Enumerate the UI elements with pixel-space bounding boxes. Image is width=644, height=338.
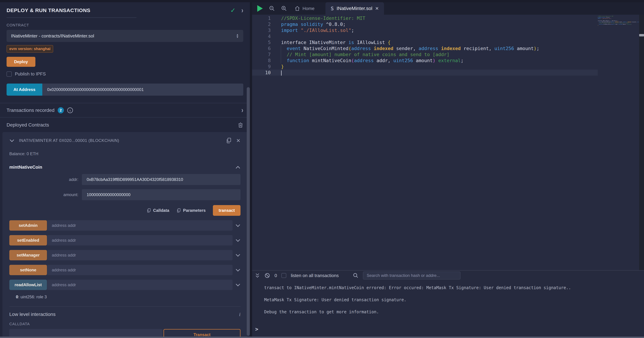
line-number: 1 [252, 15, 271, 21]
code-line-6: 6 event NativeCoinMinted(address indexed… [252, 46, 644, 52]
balance-label: Balance: 0 ETH [9, 152, 240, 156]
tab-inativeminter[interactable]: S INativeMinter.sol ✕ [326, 2, 384, 15]
listen-transactions-label: listen on all transactions [291, 273, 338, 278]
contract-label: CONTRACT [6, 23, 243, 28]
function-row-setenabled: setEnabled [9, 235, 240, 246]
low-level-calldata-input[interactable] [9, 329, 162, 336]
scroll-indicator [639, 34, 644, 36]
setnone-button[interactable]: setNone [9, 265, 47, 275]
setnone-input[interactable] [47, 265, 232, 275]
panel-title: DEPLOY & RUN TRANSACTIONS [6, 8, 230, 13]
setmanager-button[interactable]: setManager [9, 250, 47, 260]
code-line-10: 10 [252, 70, 644, 76]
deploy-button[interactable]: Deploy [6, 57, 36, 67]
at-address-input[interactable] [42, 84, 243, 96]
transactions-count-badge: 2 [58, 107, 64, 114]
deployed-contract-card: INATIVEMINTER AT 0X020...00001 (BLOCKCHA… [2, 132, 248, 336]
copy-icon[interactable] [226, 137, 232, 144]
setadmin-input[interactable] [47, 220, 232, 231]
function-row-setadmin: setAdmin [9, 220, 240, 231]
bottom-scrollbar[interactable] [0, 336, 644, 338]
text-cursor [281, 70, 282, 76]
code-line-8: 8 function mintNativeCoin(address addr, … [252, 58, 644, 64]
terminal-search-input[interactable] [363, 272, 460, 280]
collapse-terminal-icon[interactable] [255, 272, 260, 278]
terminal-message: Debug the transaction to get more inform… [264, 310, 644, 314]
zoom-in-icon[interactable] [281, 6, 287, 12]
terminal-messages: transact to INativeMinter.mintNativeCoin… [252, 280, 644, 314]
terminal-message: transact to INativeMinter.mintNativeCoin… [264, 285, 644, 290]
calldata-copy-button[interactable]: Calldata [146, 208, 169, 213]
tab-home[interactable]: Home [294, 6, 314, 11]
parameters-copy-button[interactable]: Parameters [176, 208, 206, 213]
close-tab-icon[interactable]: ✕ [375, 6, 379, 11]
transactions-expand-icon[interactable]: › [241, 106, 243, 114]
window-top-strip [0, 0, 644, 2]
chevron-down-icon[interactable] [9, 139, 14, 142]
minimap[interactable]: //SPDX-License-Identifier: MITpragma sol… [598, 16, 639, 27]
solidity-file-icon: S [331, 6, 334, 12]
divider [9, 306, 240, 306]
terminal-toolbar: 0 listen on all transactions [252, 270, 644, 280]
minimap-line [598, 26, 639, 27]
at-address-button[interactable]: At Address [6, 84, 42, 96]
run-script-icon[interactable] [257, 5, 263, 12]
setadmin-button[interactable]: setAdmin [9, 220, 47, 231]
evm-version-badge: evm version: shanghai [6, 45, 53, 53]
deployed-contracts-label: Deployed Contracts [6, 122, 49, 128]
publish-ipfs-label: Publish to IPFS [15, 71, 46, 77]
chevron-right-icon[interactable]: › [241, 6, 243, 14]
readallowlist-input[interactable] [47, 280, 232, 290]
zoom-out-icon[interactable] [269, 6, 275, 12]
readallowlist-button[interactable]: readAllowList [9, 280, 47, 290]
line-number: 2 [252, 21, 271, 27]
chevron-down-icon[interactable] [235, 268, 240, 272]
low-level-title: Low level interactions [9, 312, 239, 317]
chevron-down-icon[interactable] [235, 238, 240, 242]
terminal-prompt[interactable]: > [255, 326, 258, 332]
function-name: mintNativeCoin [9, 164, 42, 170]
listen-transactions-checkbox[interactable] [282, 273, 286, 278]
panel-scrollbar[interactable] [247, 87, 250, 336]
info-icon[interactable]: i [239, 312, 240, 317]
line-number: 7 [252, 52, 271, 58]
transact-button[interactable]: transact [213, 205, 240, 216]
chevron-down-icon[interactable] [235, 254, 240, 257]
remix-ide-window: DEPLOY & RUN TRANSACTIONS ✓ › CONTRACT I… [0, 0, 644, 338]
clear-console-icon[interactable] [264, 273, 270, 278]
code-line-1: 1//SPDX-License-Identifier: MIT [252, 15, 644, 21]
chevron-down-icon[interactable] [235, 283, 240, 286]
close-instance-icon[interactable]: ✕ [236, 138, 240, 144]
line-number: 4 [252, 33, 271, 39]
trash-icon[interactable] [238, 122, 243, 128]
publish-ipfs-checkbox[interactable] [6, 72, 12, 77]
function-row-readallowlist: readAllowList [9, 280, 240, 290]
addr-field-label: addr: [9, 177, 82, 182]
function-row-setmanager: setManager [9, 250, 240, 260]
result-value: : uint256: role 3 [18, 294, 46, 299]
select-arrows-icon: ▲▼ [236, 34, 239, 38]
contract-select[interactable]: INativeMinter - contracts/INativeMinter.… [6, 30, 243, 42]
title-underline [6, 18, 136, 18]
code-line-2: 2pragma solidity ^0.8.0; [252, 21, 644, 27]
active-tab-label: INativeMinter.sol [336, 6, 372, 11]
code-area[interactable]: 1//SPDX-License-Identifier: MIT2pragma s… [252, 15, 644, 270]
terminal-message: MetaMask Tx Signature: User denied trans… [264, 298, 644, 302]
line-number: 9 [252, 64, 271, 70]
editor-scroll-gutter[interactable] [639, 15, 644, 270]
chevron-up-icon[interactable] [235, 166, 240, 169]
transactions-recorded-label: Transactions recorded [6, 108, 54, 113]
low-level-transact-button[interactable]: Transact [164, 329, 240, 336]
info-icon[interactable] [67, 107, 73, 114]
addr-field-input[interactable] [82, 174, 240, 185]
calldata-label: CALLDATA [9, 322, 240, 326]
terminal: 0 listen on all transactions transact to… [252, 270, 644, 336]
amount-field-input[interactable] [82, 189, 240, 200]
setenabled-button[interactable]: setEnabled [9, 235, 47, 246]
code-line-7: 7 // Mint [amount] number of native coin… [252, 52, 644, 58]
setenabled-input[interactable] [47, 235, 232, 246]
parameters-copy-label: Parameters [183, 208, 206, 213]
setmanager-input[interactable] [47, 250, 232, 260]
chevron-down-icon[interactable] [235, 224, 240, 227]
function-rows: setAdminsetEnabledsetManagersetNonereadA… [9, 220, 240, 290]
